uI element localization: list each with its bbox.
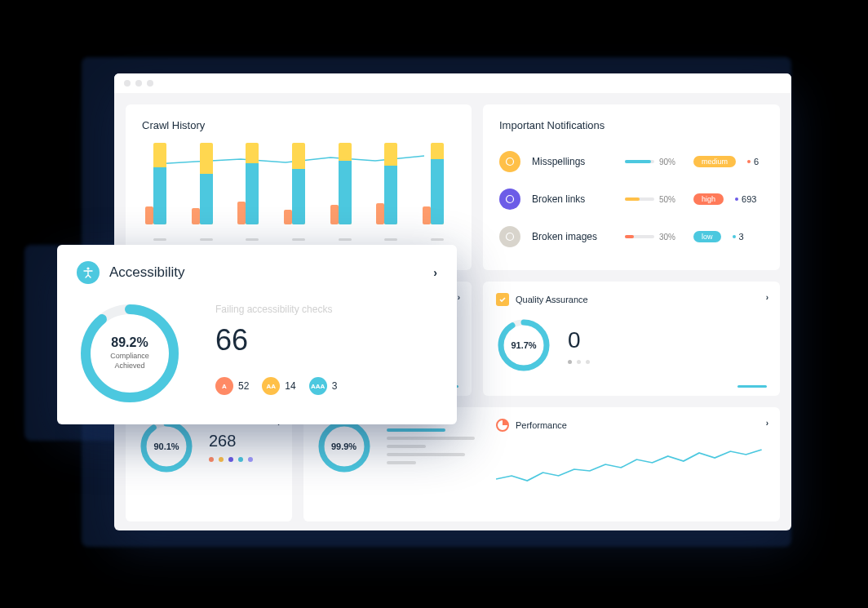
level-count: 52 [238, 380, 249, 392]
window-dot-max[interactable] [147, 80, 153, 87]
notif-icon [499, 226, 520, 247]
notifications-title: Important Notifications [499, 119, 764, 131]
notif-progress: 90% [625, 158, 682, 166]
level-badge: AA [262, 377, 280, 395]
accessibility-icon [77, 261, 100, 284]
window-dot-close[interactable] [124, 80, 131, 87]
notif-progress: 50% [625, 195, 682, 204]
notif-label: Broken links [532, 193, 613, 205]
bottom-left-count: 268 [209, 432, 253, 450]
bottom-card-2[interactable]: 99.9% [303, 407, 498, 521]
window-dot-min[interactable] [135, 80, 142, 87]
check-icon [496, 293, 509, 306]
accessibility-pct: 89.2% [111, 335, 148, 350]
level-item: AAA 3 [309, 377, 338, 395]
priority-badge: low [693, 231, 721, 242]
level-badge: AAA [309, 377, 327, 395]
notif-progress: 30% [625, 233, 682, 242]
svg-point-10 [86, 267, 89, 269]
accessibility-sub: ComplianceAchieved [110, 352, 149, 371]
bottom-row-right: Performance › [483, 407, 780, 521]
accessibility-title: Accessibility [109, 264, 185, 281]
accessibility-card: Accessibility › 89.2% ComplianceAchieved… [57, 245, 457, 424]
chevron-right-icon[interactable]: › [458, 293, 460, 302]
svg-point-2 [507, 233, 514, 241]
mid-row-right: Quality Assurance › 91.7% 0 [483, 282, 780, 396]
notif-icon [499, 189, 520, 210]
performance-card[interactable]: Performance › [483, 407, 780, 521]
chevron-right-icon[interactable]: › [433, 266, 437, 279]
notification-row[interactable]: Misspellings 90% medium 6 [499, 143, 764, 180]
notif-count: 6 [747, 157, 759, 166]
qa-ring: 91.7% [496, 317, 551, 373]
qa-value: 0 [568, 327, 590, 353]
notif-count: 3 [733, 232, 744, 242]
performance-title: Performance [516, 420, 567, 430]
ring-901: 90.1% [139, 419, 194, 474]
ring-901-pct: 90.1% [139, 419, 194, 474]
level-badge: A [215, 377, 233, 395]
checks-label: Failing accessibility checks [215, 304, 437, 315]
chevron-right-icon[interactable]: › [766, 419, 768, 428]
performance-chart [496, 443, 767, 492]
priority-badge: high [693, 193, 724, 205]
qa-pct: 91.7% [496, 317, 551, 373]
notif-icon [499, 151, 520, 172]
svg-point-1 [507, 196, 514, 203]
crawl-history-chart [142, 143, 455, 241]
checks-count: 66 [215, 323, 437, 357]
priority-badge: medium [693, 156, 736, 167]
ring-999-pct: 99.9% [317, 419, 372, 474]
crawl-history-title: Crawl History [142, 119, 455, 131]
svg-point-0 [507, 158, 514, 166]
window-chrome [114, 73, 791, 93]
accessibility-ring: 89.2% ComplianceAchieved [77, 300, 183, 406]
notif-label: Broken images [532, 231, 613, 242]
bottom-row-left: › 90.1% 268 [126, 407, 472, 521]
level-item: AA 14 [262, 377, 295, 395]
skeleton-lines [387, 428, 485, 464]
pie-icon [496, 419, 509, 432]
notifications-card: Important Notifications Misspellings 90%… [483, 104, 780, 270]
bottom-card-1[interactable]: › 90.1% 268 [126, 407, 292, 521]
notif-count: 693 [735, 194, 756, 204]
pager-dots [568, 360, 590, 364]
level-item: A 52 [215, 377, 249, 395]
level-count: 3 [332, 380, 338, 392]
level-count: 14 [285, 380, 295, 392]
chevron-right-icon[interactable]: › [766, 293, 768, 302]
qa-card[interactable]: Quality Assurance › 91.7% 0 [483, 282, 780, 396]
notif-label: Misspellings [532, 156, 613, 167]
notification-row[interactable]: Broken links 50% high 693 [499, 180, 764, 218]
ring-999: 99.9% [317, 419, 372, 474]
notification-row[interactable]: Broken images 30% low 3 [499, 218, 764, 255]
legend-dots [209, 457, 253, 462]
qa-title: Quality Assurance [516, 295, 588, 304]
mini-bar [737, 385, 767, 388]
